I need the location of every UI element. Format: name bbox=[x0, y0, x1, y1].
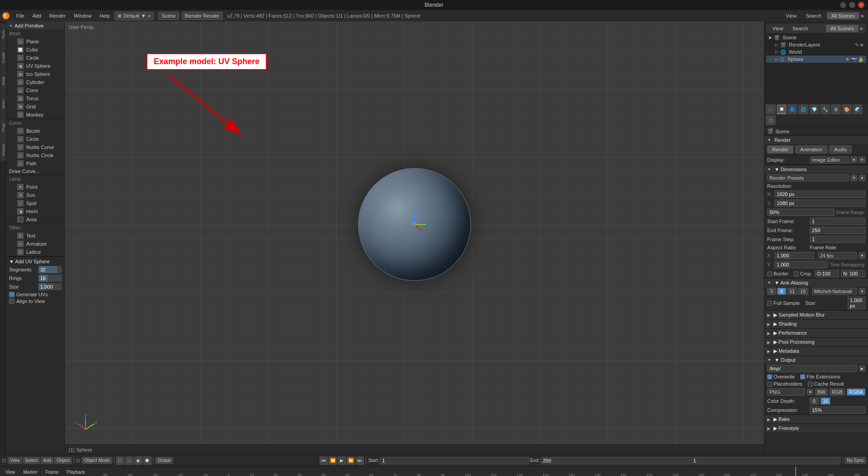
other-text[interactable]: T Text bbox=[6, 232, 65, 240]
cache-result-checkbox[interactable] bbox=[808, 382, 813, 387]
overwrite-checkbox[interactable] bbox=[767, 374, 772, 379]
curve-bezier[interactable]: ~ Bezier bbox=[6, 127, 65, 135]
lamp-sun[interactable]: ☀ Sun bbox=[6, 191, 65, 199]
timeline-next-btn[interactable]: ⏩ bbox=[347, 457, 355, 465]
props-tab-object[interactable]: 💎 bbox=[809, 104, 819, 114]
cd-16-btn[interactable]: 16 bbox=[821, 397, 830, 405]
res-y-field[interactable]: 1080 px bbox=[774, 200, 865, 207]
compression-field[interactable]: 15% bbox=[810, 406, 865, 414]
outliner-all-scenes[interactable]: All Scenes bbox=[826, 25, 859, 32]
timeline-playback[interactable]: Playback bbox=[63, 469, 89, 476]
render-tab-animation[interactable]: Animation bbox=[795, 145, 827, 154]
other-armature[interactable]: ⊹ Armature bbox=[6, 240, 65, 248]
dimensions-header[interactable]: ▼ ▼ Dimensions bbox=[764, 165, 868, 173]
render-tab-render[interactable]: Render bbox=[767, 145, 793, 154]
mesh-grid[interactable]: ⊞ Grid bbox=[6, 103, 65, 111]
metadata-header[interactable]: ▶ ▶ Metadata bbox=[764, 347, 868, 355]
rl-add-icon[interactable]: ⊕ bbox=[860, 42, 863, 47]
view-toolbar-btn[interactable]: View bbox=[8, 457, 22, 464]
scenes-expand[interactable]: ▶ bbox=[861, 14, 864, 18]
aa-btn-5[interactable]: 5 bbox=[767, 288, 776, 295]
rgba-btn[interactable]: RGBA bbox=[847, 388, 865, 396]
timeline-end-btn[interactable]: ⏭ bbox=[356, 457, 364, 465]
size-field[interactable]: 1.000 bbox=[38, 283, 62, 290]
mesh-ico-sphere[interactable]: ◈ Ico Sphere bbox=[6, 70, 65, 78]
render-header[interactable]: ▼ Render bbox=[764, 136, 868, 144]
output-header[interactable]: ▼ ▼ Output bbox=[764, 356, 868, 364]
frame-step-field[interactable]: 1 bbox=[810, 236, 865, 243]
add-uv-sphere-header[interactable]: ▼ Add UV Sphere bbox=[9, 259, 62, 264]
fps-dropdown[interactable]: 24 fps bbox=[818, 252, 858, 259]
timeline-marker[interactable]: Marker bbox=[20, 469, 41, 476]
timeline-view[interactable]: View bbox=[2, 469, 19, 476]
generate-uvs-checkbox[interactable] bbox=[9, 292, 14, 297]
create-tab[interactable]: Create bbox=[0, 47, 6, 69]
generate-uvs-row[interactable]: Generate UVs bbox=[9, 292, 62, 297]
props-tab-material[interactable]: 🎨 bbox=[842, 104, 852, 114]
presets-add-btn[interactable]: + bbox=[851, 175, 857, 181]
maximize-button[interactable]: □ bbox=[849, 2, 855, 8]
other-lattice[interactable]: ⬡ Lattice bbox=[6, 248, 65, 256]
start-frame-field[interactable]: 1 bbox=[810, 218, 865, 225]
props-tab-camera[interactable]: 🎥 bbox=[766, 104, 776, 114]
object-toolbar-btn[interactable]: Object bbox=[54, 457, 72, 464]
timeline-frame[interactable]: Frame bbox=[42, 469, 62, 476]
output-path-field[interactable]: /tmp/ bbox=[767, 365, 857, 372]
aa-btn-11[interactable]: 11 bbox=[787, 288, 797, 295]
draw-curve-btn[interactable]: Draw Curve... bbox=[6, 168, 65, 175]
viewport[interactable]: User Persp Example model: UV Sphere bbox=[65, 22, 764, 454]
physics-tab[interactable]: Phys. bbox=[0, 116, 6, 138]
outliner-scene[interactable]: ▶ 🎬 Scene bbox=[766, 34, 866, 41]
start-frame-toolbar[interactable]: 1 bbox=[380, 457, 529, 464]
res-pct-field[interactable]: 50% bbox=[767, 209, 835, 216]
outliner-world[interactable]: ▷ 🌐 World bbox=[766, 48, 866, 56]
timeline-play-btn[interactable]: ▶ bbox=[338, 457, 346, 465]
asp-x-field[interactable]: 1.000 bbox=[774, 252, 814, 259]
outliner-render-layers[interactable]: ▷ 🎬 RenderLayers ✎ ⊕ bbox=[766, 41, 866, 48]
outliner-expand[interactable]: ▶ bbox=[860, 26, 863, 31]
props-tab-constraints[interactable]: 🔧 bbox=[820, 104, 830, 114]
full-sample-checkbox[interactable] bbox=[767, 301, 772, 306]
presets-tri-btn[interactable]: ▼ bbox=[859, 175, 865, 181]
add-toolbar-btn[interactable]: Add bbox=[41, 457, 53, 464]
rl-edit-icon[interactable]: ✎ bbox=[855, 42, 859, 47]
path-item[interactable]: / Path bbox=[6, 159, 65, 168]
mesh-plane[interactable]: □ Plane bbox=[6, 37, 65, 46]
lamp-spot[interactable]: ⬦ Spot bbox=[6, 199, 65, 207]
viewport-wire-btn[interactable]: □ bbox=[125, 457, 133, 465]
nurbs-circle[interactable]: ○ Nurbs Circle bbox=[6, 151, 65, 159]
old-val-field[interactable]: O:100 bbox=[815, 270, 839, 277]
asp-y-field[interactable]: 1.000 bbox=[774, 261, 828, 268]
viewport-solid-btn[interactable]: ⬡ bbox=[116, 457, 124, 465]
outliner-search[interactable]: Search bbox=[789, 25, 812, 32]
mesh-circle[interactable]: ○ Circle bbox=[6, 54, 65, 62]
cd-8-btn[interactable]: 8 bbox=[810, 397, 819, 405]
relations-tab[interactable]: Relat. bbox=[0, 70, 6, 92]
align-to-view-row[interactable]: Align to View bbox=[9, 299, 62, 304]
mesh-cube[interactable]: ⬜ Cube bbox=[6, 46, 65, 54]
nurbs-curve[interactable]: ~ Nurbs Curve bbox=[6, 143, 65, 151]
aa-size-field[interactable]: 1.000 px bbox=[848, 297, 865, 309]
props-tab-physics[interactable]: ⬡ bbox=[766, 115, 776, 125]
all-scenes-tab[interactable]: All Scenes bbox=[827, 12, 859, 19]
global-local-btn[interactable]: Global bbox=[156, 457, 173, 464]
lamp-point[interactable]: ✦ Point bbox=[6, 183, 65, 191]
freestyle-header[interactable]: ▶ ▶ Freestyle bbox=[764, 424, 868, 433]
grease-pencil-tab[interactable]: Grease bbox=[0, 139, 6, 161]
viewport-render-btn[interactable]: ⬟ bbox=[143, 457, 151, 465]
post-processing-header[interactable]: ▶ ▶ Post Processing bbox=[764, 338, 868, 346]
menu-window[interactable]: Window bbox=[70, 12, 95, 19]
format-dropdown[interactable]: PNG bbox=[767, 388, 805, 396]
menu-add[interactable]: Add bbox=[29, 12, 45, 19]
mesh-torus[interactable]: ◎ Torus bbox=[6, 94, 65, 103]
rings-field[interactable]: 16 bbox=[38, 275, 62, 282]
aa-filter-dropdown[interactable]: Mitchell-Netravali bbox=[812, 288, 858, 295]
props-tab-modifiers[interactable]: ⚙ bbox=[831, 104, 841, 114]
output-path-expand[interactable]: ▶ bbox=[859, 365, 865, 372]
mesh-uv-sphere[interactable]: ◉ UV Sphere bbox=[6, 62, 65, 70]
close-button[interactable]: × bbox=[858, 2, 864, 8]
minimize-button[interactable]: – bbox=[840, 2, 846, 8]
outliner-view[interactable]: View bbox=[769, 25, 787, 32]
segments-field[interactable]: 32 bbox=[38, 266, 62, 273]
props-tab-scene[interactable]: 🔵 bbox=[788, 104, 797, 114]
